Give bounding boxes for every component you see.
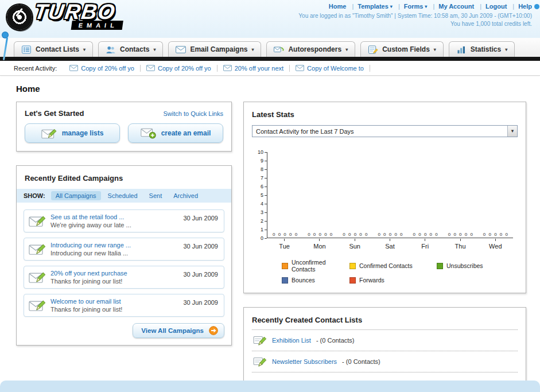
nav-tab[interactable]: Contacts ▾ xyxy=(98,41,163,57)
get-started-button-label: manage lists xyxy=(62,129,104,137)
get-started-buttons: manage lists create an email xyxy=(17,123,231,151)
contact-list-name-link[interactable]: Exhibition List xyxy=(272,337,311,344)
decorative-cable xyxy=(2,32,8,38)
legend-item: Bounces xyxy=(282,277,349,284)
stats-period-select[interactable]: Contact Activity for the Last 7 Days ▾ xyxy=(252,125,518,137)
nav-tab-label: Statistics xyxy=(471,45,501,53)
contact-list-row[interactable]: Newsletter Subscribers - (0 Contacts) xyxy=(252,351,518,372)
legend-label: Unconfirmed Contacts xyxy=(292,259,349,273)
campaign-list: See us at the retail food ... We're givi… xyxy=(17,203,231,317)
top-nav-link[interactable]: My Account ▾ xyxy=(438,3,485,10)
card-pencil-icon xyxy=(253,335,267,346)
custom-fields-icon xyxy=(368,45,378,54)
campaign-list-item[interactable]: See us at the retail food ... We're givi… xyxy=(24,209,224,232)
campaign-filter-tab[interactable]: Sent xyxy=(145,191,167,200)
chevron-down-icon: ▾ xyxy=(153,47,156,52)
top-nav-link-label: My Account xyxy=(438,3,474,10)
recent-activity-item-label: 20% off your next xyxy=(235,65,283,72)
chevron-down-icon: ▾ xyxy=(390,4,393,9)
latest-stats-panel: Latest Stats Contact Activity for the La… xyxy=(243,102,526,293)
legend-swatch xyxy=(282,277,288,284)
statistics-icon xyxy=(456,45,467,54)
campaign-title-link[interactable]: Introducing our new range ... xyxy=(50,242,131,249)
legend-swatch xyxy=(437,263,443,269)
campaign-list-item[interactable]: Welcome to our email list Thanks for joi… xyxy=(24,294,224,317)
contact-list-row[interactable]: Exhibition List - (0 Contacts) xyxy=(252,330,518,351)
chart-y-tick-label: 1 xyxy=(261,227,267,232)
campaign-filter-tab[interactable]: All Campaigns xyxy=(51,191,101,200)
nav-tab[interactable]: Autoresponders ▾ xyxy=(266,41,355,57)
chart-y-tick-label: 3 xyxy=(261,209,267,215)
contact-list-detail: - (0 Contacts) xyxy=(342,358,380,365)
legend-label: Bounces xyxy=(292,277,315,284)
switch-to-quick-links-link[interactable]: Switch to Quick Links xyxy=(163,110,223,117)
nav-tab[interactable]: Statistics ▾ xyxy=(449,41,515,57)
envelope-icon xyxy=(296,65,304,71)
legend-item: Unconfirmed Contacts xyxy=(282,259,349,273)
footer-bar xyxy=(0,381,540,392)
top-nav-link[interactable]: Templates ▾ xyxy=(358,3,403,10)
recent-activity-item[interactable]: Copy of Welcome to xyxy=(290,65,370,72)
recent-activity-item-label: Copy of 20% off yo xyxy=(158,65,211,72)
top-nav-link[interactable]: Help ▾ xyxy=(518,3,532,10)
page-title: Home xyxy=(16,84,526,94)
chevron-down-icon: ▾ xyxy=(345,47,348,52)
chevron-down-icon: ▾ xyxy=(251,47,254,52)
chart-y-tick-label: 9 xyxy=(261,158,267,164)
chart-value-labels: 0 0 0 0 0 xyxy=(302,232,337,238)
nav-tab[interactable]: Contact Lists ▾ xyxy=(14,41,93,57)
legend-swatch xyxy=(349,263,356,269)
recent-campaigns-title: Recently Edited Campaigns xyxy=(25,174,123,183)
campaign-filter-tab[interactable]: Archived xyxy=(169,191,203,200)
latest-stats-title: Latest Stats xyxy=(252,110,294,119)
chart-y-tick-label: 0 xyxy=(261,235,267,241)
get-started-button-label: create an email xyxy=(161,129,211,137)
recent-activity-item[interactable]: 20% off your next xyxy=(217,65,290,72)
logo-text-turbo: TURBO xyxy=(33,2,126,22)
campaign-title-link[interactable]: See us at the retail food ... xyxy=(50,214,131,220)
campaign-title-link[interactable]: 20% off your next purchase xyxy=(50,270,127,277)
contact-list-name-link[interactable]: Newsletter Subscribers xyxy=(272,358,337,365)
nav-tab[interactable]: Custom Fields ▾ xyxy=(360,41,444,57)
email-campaigns-icon xyxy=(176,45,186,54)
chart-x-tick-label: Mon xyxy=(302,238,337,250)
env-pencil-icon xyxy=(41,127,57,139)
recent-activity-item-label: Copy of 20% off yo xyxy=(81,65,134,72)
recent-contact-lists-title: Recently Created Contact Lists xyxy=(252,316,362,324)
campaign-subtitle: Thanks for joining our list! xyxy=(50,306,122,313)
recent-activity-item[interactable]: Copy of 20% off yo xyxy=(141,65,217,72)
envelope-pencil-icon xyxy=(29,242,46,256)
chart-x-tick-label: Tue xyxy=(267,238,302,250)
chart-value-labels: 0 0 0 0 0 xyxy=(267,232,302,238)
orange-arrow-icon xyxy=(209,326,218,335)
recent-activity-item[interactable]: Copy of 20% off yo xyxy=(64,65,141,72)
get-started-button[interactable]: manage lists xyxy=(25,123,120,143)
chart-x-tick-label: Thu xyxy=(442,238,477,250)
credits-note: You have 1,000 total credits left. xyxy=(298,21,532,27)
top-nav-link[interactable]: Logout ▾ xyxy=(485,3,518,10)
top-nav-link[interactable]: Home ▾ xyxy=(329,3,358,10)
get-started-button[interactable]: create an email xyxy=(128,123,223,143)
campaign-title-link[interactable]: Welcome to our email list xyxy=(50,298,122,305)
campaign-date: 30 Jun 2009 xyxy=(183,270,218,278)
top-nav-link[interactable]: Forms ▾ xyxy=(404,3,439,10)
campaign-subtitle: We're giving away our late ... xyxy=(50,222,131,228)
view-all-campaigns-button[interactable]: View All Campaigns xyxy=(133,323,224,338)
envelope-pencil-icon xyxy=(29,214,46,228)
chart-value-labels: 0 0 0 0 0 xyxy=(408,232,443,238)
nav-tab-label: Email Campaigns xyxy=(190,45,247,53)
campaign-filter-tab[interactable]: Scheduled xyxy=(103,191,142,200)
legend-swatch xyxy=(282,263,288,269)
campaign-list-item[interactable]: 20% off your next purchase Thanks for jo… xyxy=(24,266,224,289)
turbo-email-logo: TURBO EMAIL xyxy=(7,2,124,30)
recent-activity-item-label: Copy of Welcome to xyxy=(307,65,364,72)
campaign-date: 30 Jun 2009 xyxy=(183,242,218,250)
nav-tab[interactable]: Email Campaigns ▾ xyxy=(168,41,261,57)
chart-y-tick-label: 2 xyxy=(261,218,267,224)
chart-plot: 0 0 0 0 00 0 0 0 00 0 0 0 00 0 0 0 00 0 … xyxy=(267,152,513,238)
chart-x-tick-label: Wed xyxy=(478,238,513,250)
recent-campaigns-panel: Recently Edited Campaigns SHOW: All Camp… xyxy=(16,165,232,346)
campaign-list-item[interactable]: Introducing our new range ... Introducin… xyxy=(24,238,224,261)
recent-activity-items: Copy of 20% off yo Copy of 20% off yo 20… xyxy=(64,61,370,75)
top-nav-links: Home ▾ Templates ▾ Forms ▾ My Account ▾ xyxy=(298,3,532,10)
